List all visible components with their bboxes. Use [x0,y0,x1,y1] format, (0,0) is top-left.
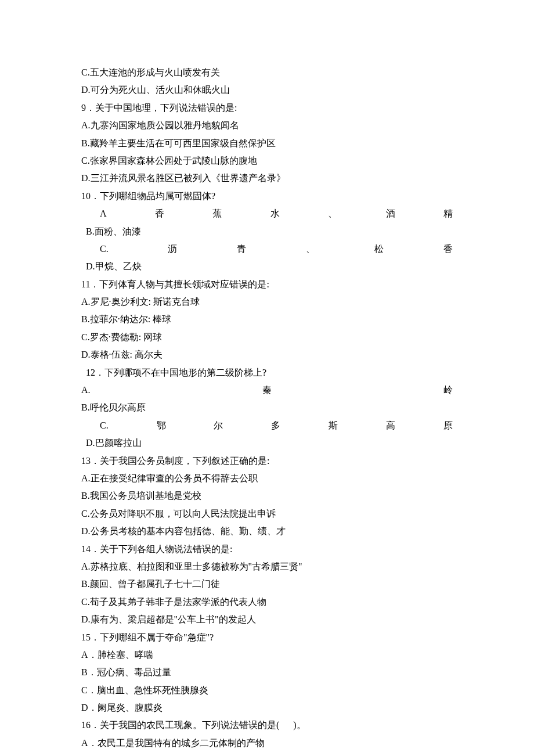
char: 香 [443,240,453,258]
char: 斯 [329,417,338,434]
option-b: B.面粉、油漆 [81,223,453,240]
char: 水 [270,205,280,222]
question-stem: 15．下列哪组不属于夺命"急症"? [81,629,453,646]
option-d: D.甲烷、乙炔 [81,258,453,275]
char: 沥 [168,240,177,258]
option-a: A.九寨沟国家地质公园以雅丹地貌闻名 [81,117,453,134]
option-c: C.张家界国家森林公园处于武陵山脉的腹地 [81,152,453,170]
char: C. [100,240,109,258]
option-a: A.正在接受纪律审查的公务员不得辞去公职 [81,470,453,487]
char: 鄂 [157,417,166,434]
document-page: C.五大连池的形成与火山喷发有关 D.可分为死火山、活火山和休眠火山 9．关于中… [0,0,534,756]
question-stem: 13．关于我国公务员制度，下列叙述正确的是: [81,452,453,470]
text-line: D.可分为死火山、活火山和休眠火山 [81,81,453,99]
option-c-justified: C. 鄂 尔 多 斯 高 原 [81,417,453,434]
char: 、 [306,240,315,258]
option-c: C.荀子及其弟子韩非子是法家学派的代表人物 [81,593,453,611]
question-stem: 9．关于中国地理，下列说法错误的是: [81,99,453,117]
char: 多 [271,417,280,434]
char: 酒 [386,205,395,222]
option-a-justified: A. 秦 岭 [81,381,453,399]
question-stem: 16．关于我国的农民工现象。下列说法错误的是( )。 [81,717,453,734]
char: 尔 [214,417,223,434]
char: C. [100,417,109,434]
char: 松 [374,240,384,258]
char: 精 [443,205,453,222]
option-b: B.呼伦贝尔高原 [81,399,453,416]
option-d: D.公务员考核的基本内容包括德、能、勤、绩、才 [81,523,453,540]
question-stem: 14．关于下列各组人物说法错误的是: [81,541,453,558]
option-a: A.罗尼·奥沙利文: 斯诺克台球 [81,293,453,311]
char: 秦 [262,381,272,399]
option-a: A.苏格拉底、柏拉图和亚里士多德被称为"古希腊三贤" [81,558,453,575]
option-d: D.康有为、梁启超都是"公车上书"的发起人 [81,611,453,628]
option-d: D．阑尾炎、腹膜炎 [81,699,453,717]
char: 原 [443,417,453,434]
option-c: C.罗杰·费德勒: 网球 [81,329,453,346]
option-c-justified: C. 沥 青 、 松 香 [81,240,453,258]
char: 蕉 [212,205,222,222]
question-stem: 10．下列哪组物品均属可燃固体? [81,188,453,205]
char: 、 [328,205,337,222]
option-a: A．肺栓塞、哮喘 [81,646,453,664]
char: 岭 [443,381,453,399]
question-stem: 11．下列体育人物与其擅长领域对应错误的是: [81,276,453,293]
text-line: C.五大连池的形成与火山喷发有关 [81,64,453,81]
option-c: C.公务员对降职不服，可以向人民法院提出申诉 [81,505,453,523]
option-a: A．农民工是我国特有的城乡二元体制的产物 [81,735,453,752]
question-stem: 12．下列哪项不在中国地形的第二级阶梯上? [81,364,453,381]
option-c: C．脑出血、急性坏死性胰腺炎 [81,682,453,699]
option-d: D.三江并流风景名胜区已被列入《世界遗产名录》 [81,170,453,187]
char: 青 [237,240,246,258]
option-d: D.泰格·伍兹: 高尔夫 [81,346,453,363]
option-d: D.巴颜喀拉山 [81,434,453,452]
option-b: B.拉菲尔·纳达尔: 棒球 [81,311,453,328]
option-b: B.颜回、曾子都属孔子七十二门徒 [81,575,453,593]
char: A [100,205,107,222]
char: 高 [386,417,395,434]
char: 香 [155,205,164,222]
char: A. [81,381,91,399]
option-b: B．冠心病、毒品过量 [81,664,453,681]
option-b: B.我国公务员培训基地是党校 [81,487,453,505]
option-b: B.藏羚羊主要生活在可可西里国家级自然保护区 [81,135,453,152]
option-a-justified: A 香 蕉 水 、 酒 精 [81,205,453,222]
